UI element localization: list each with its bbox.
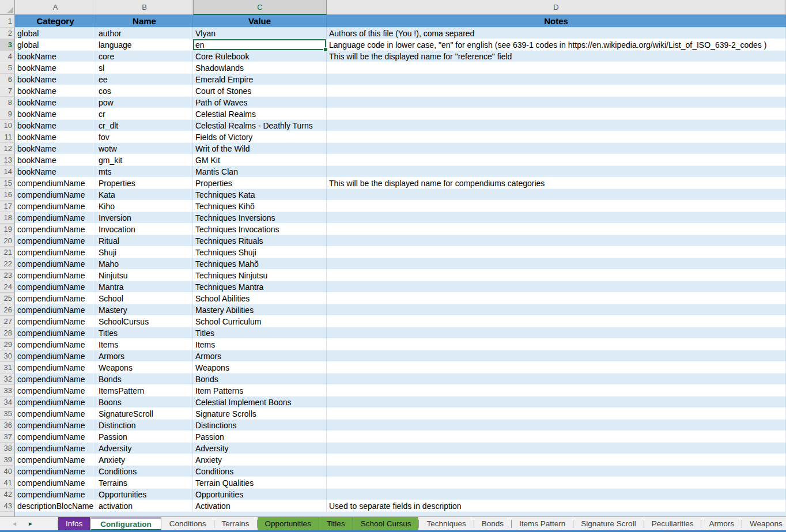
- cell[interactable]: cr_dlt: [96, 120, 193, 131]
- cell[interactable]: compendiumName: [15, 373, 96, 385]
- table-header-cell[interactable]: Name: [96, 15, 193, 28]
- cell[interactable]: Activation: [193, 500, 327, 512]
- row-header[interactable]: 2: [0, 28, 15, 39]
- cell[interactable]: [327, 420, 786, 431]
- cell[interactable]: compendiumName: [15, 489, 96, 500]
- sheet-tab-titles[interactable]: Titles: [319, 517, 353, 530]
- cell[interactable]: sl: [96, 62, 193, 74]
- cell[interactable]: [327, 201, 786, 212]
- cell[interactable]: [327, 166, 786, 178]
- cell[interactable]: Inversion: [96, 212, 193, 224]
- cell[interactable]: compendiumName: [15, 339, 96, 350]
- cell[interactable]: [327, 431, 786, 443]
- row-header[interactable]: 24: [0, 281, 15, 293]
- row-header[interactable]: 7: [0, 85, 15, 97]
- cell[interactable]: Distinction: [96, 420, 193, 431]
- cell[interactable]: [327, 304, 786, 316]
- row-header[interactable]: 23: [0, 270, 15, 281]
- cell[interactable]: SignatureScroll: [96, 408, 193, 420]
- sheet-tab-conditions[interactable]: Conditions: [162, 517, 214, 530]
- table-header-cell[interactable]: Notes: [327, 15, 786, 28]
- row-header[interactable]: 22: [0, 258, 15, 270]
- table-header-cell[interactable]: Category: [15, 15, 96, 28]
- row-header[interactable]: 19: [0, 224, 15, 235]
- cell[interactable]: School: [96, 293, 193, 304]
- cell[interactable]: bookName: [15, 97, 96, 108]
- cell[interactable]: [327, 212, 786, 224]
- tab-nav-left-icon[interactable]: ◄: [12, 521, 17, 527]
- sheet-tab-peculiarities[interactable]: Peculiarities: [644, 517, 701, 530]
- cell[interactable]: Path of Waves: [193, 97, 327, 108]
- cell[interactable]: Properties: [193, 178, 327, 189]
- cell[interactable]: [327, 258, 786, 270]
- row-header[interactable]: 6: [0, 74, 15, 85]
- cell[interactable]: descriptionBlocName: [15, 500, 96, 512]
- cell[interactable]: cos: [96, 85, 193, 97]
- row-header[interactable]: 12: [0, 143, 15, 154]
- cell[interactable]: compendiumName: [15, 431, 96, 443]
- cell[interactable]: Passion: [96, 431, 193, 443]
- row-header[interactable]: 29: [0, 339, 15, 350]
- cell[interactable]: core: [96, 51, 193, 62]
- cell[interactable]: Techniques Mantra: [193, 281, 327, 293]
- row-header[interactable]: 27: [0, 316, 15, 327]
- cell[interactable]: Weapons: [193, 362, 327, 373]
- cell[interactable]: compendiumName: [15, 408, 96, 420]
- cell[interactable]: [327, 74, 786, 85]
- cell[interactable]: [327, 385, 786, 397]
- row-header[interactable]: 35: [0, 408, 15, 420]
- cell[interactable]: [327, 281, 786, 293]
- row-header[interactable]: 21: [0, 247, 15, 258]
- cell[interactable]: GM Kit: [193, 154, 327, 166]
- cell[interactable]: Anxiety: [193, 454, 327, 466]
- cell[interactable]: [327, 443, 786, 454]
- cell[interactable]: Techniques Shuji: [193, 247, 327, 258]
- row-header[interactable]: 34: [0, 397, 15, 408]
- cell[interactable]: ItemsPattern: [96, 385, 193, 397]
- cell[interactable]: author: [96, 28, 193, 39]
- cell[interactable]: [327, 131, 786, 143]
- cell[interactable]: Boons: [96, 397, 193, 408]
- fill-handle-icon[interactable]: [323, 47, 328, 52]
- cell[interactable]: [327, 97, 786, 108]
- cell[interactable]: Mastery Abilities: [193, 304, 327, 316]
- cell[interactable]: Adversity: [193, 443, 327, 454]
- row-header[interactable]: 15: [0, 178, 15, 189]
- tab-nav-right-icon[interactable]: ►: [28, 521, 33, 527]
- cell[interactable]: Kata: [96, 189, 193, 201]
- cell[interactable]: Techniques Ninjutsu: [193, 270, 327, 281]
- cell[interactable]: compendiumName: [15, 362, 96, 373]
- cell[interactable]: [327, 120, 786, 131]
- cell[interactable]: Shadowlands: [193, 62, 327, 74]
- cell[interactable]: [327, 373, 786, 385]
- cell[interactable]: Techniques Mahõ: [193, 258, 327, 270]
- select-all-corner[interactable]: [0, 0, 15, 15]
- cell[interactable]: Used to separate fields in description: [327, 500, 786, 512]
- cell[interactable]: Celestial Realms - Deathly Turns: [193, 120, 327, 131]
- cell[interactable]: Opportunities: [193, 489, 327, 500]
- row-header[interactable]: 1: [0, 15, 15, 28]
- cell[interactable]: [327, 339, 786, 350]
- cell[interactable]: Language code in lower case, "en" for en…: [327, 39, 786, 51]
- row-header[interactable]: 31: [0, 362, 15, 373]
- cell[interactable]: Shuji: [96, 247, 193, 258]
- sheet-tab-signature-scroll[interactable]: Signature Scroll: [573, 517, 643, 530]
- row-header[interactable]: 28: [0, 327, 15, 339]
- cell[interactable]: Terrain Qualities: [193, 477, 327, 489]
- cell[interactable]: bookName: [15, 154, 96, 166]
- cell[interactable]: Invocation: [96, 224, 193, 235]
- column-header-D[interactable]: D: [327, 0, 786, 15]
- cell[interactable]: [327, 189, 786, 201]
- cell[interactable]: compendiumName: [15, 454, 96, 466]
- cell[interactable]: Opportunities: [96, 489, 193, 500]
- cell[interactable]: compendiumName: [15, 258, 96, 270]
- cell[interactable]: Bonds: [96, 373, 193, 385]
- cell[interactable]: compendiumName: [15, 281, 96, 293]
- column-header-A[interactable]: A: [15, 0, 96, 15]
- cell[interactable]: compendiumName: [15, 178, 96, 189]
- cell[interactable]: Terrains: [96, 477, 193, 489]
- cell[interactable]: [327, 62, 786, 74]
- sheet-tab-weapons[interactable]: Weapons: [742, 517, 786, 530]
- row-header[interactable]: 11: [0, 131, 15, 143]
- cell[interactable]: compendiumName: [15, 466, 96, 477]
